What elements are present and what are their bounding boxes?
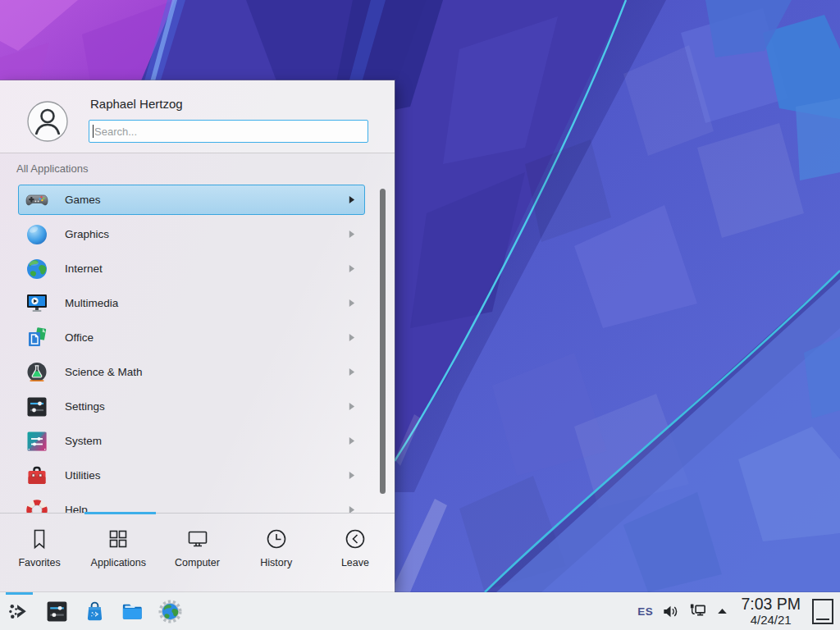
clock-date: 4/24/21 (741, 614, 801, 626)
user-name: Raphael Hertzog (90, 97, 183, 111)
text-caret (93, 125, 94, 138)
volume-icon[interactable] (661, 602, 680, 621)
category-item-games[interactable]: Games (18, 185, 365, 215)
submenu-arrow-icon (348, 230, 355, 239)
bookmark-icon (27, 527, 52, 551)
app-grid-icon (106, 527, 130, 551)
category-label: Utilities (65, 469, 101, 482)
keyboard-layout-indicator[interactable]: ES (637, 605, 653, 618)
category-label: System (65, 435, 102, 447)
tab-favorites[interactable]: Favorites (0, 514, 79, 592)
settings-sliders-icon (25, 395, 49, 419)
category-item-graphics[interactable]: Graphics (18, 219, 365, 249)
user-avatar-icon[interactable] (27, 101, 68, 142)
launcher-tabbar: FavoritesApplicationsComputerHistoryLeav… (0, 513, 395, 592)
gamepad-icon (25, 188, 49, 212)
system-sliders-icon (25, 429, 49, 454)
taskbar-application-launcher[interactable] (4, 596, 34, 627)
category-label: Office (65, 331, 94, 344)
show-desktop-button[interactable] (812, 599, 833, 624)
system-tray: ES 7:03 PM 4/24/21 (637, 596, 840, 626)
category-item-office[interactable]: Office (18, 322, 365, 353)
tab-label: Applications (91, 557, 146, 568)
tab-label: Computer (175, 557, 220, 568)
category-item-utilities[interactable]: Utilities (18, 460, 365, 491)
submenu-arrow-icon (348, 471, 355, 480)
application-launcher-menu: Raphael Hertzog All Applications GamesGr… (0, 80, 395, 592)
tab-history[interactable]: History (237, 514, 316, 592)
search-input[interactable] (89, 120, 368, 143)
globe-icon (25, 257, 49, 281)
clock-time: 7:03 PM (741, 596, 801, 613)
expand-tray-icon[interactable] (715, 605, 729, 619)
taskbar-discover[interactable] (80, 596, 110, 627)
submenu-arrow-icon (348, 195, 355, 204)
scrollbar-thumb[interactable] (380, 189, 386, 494)
office-documents-icon (25, 326, 49, 350)
submenu-arrow-icon (348, 333, 355, 342)
computer-icon (185, 527, 210, 551)
history-clock-icon (264, 527, 289, 551)
taskbar-system-settings[interactable] (42, 596, 72, 627)
taskbar-apps (0, 596, 185, 627)
submenu-arrow-icon (348, 368, 355, 377)
category-item-help[interactable]: Help (18, 495, 365, 514)
tab-computer[interactable]: Computer (158, 514, 236, 592)
category-label: Games (65, 194, 101, 206)
taskbar: ES 7:03 PM 4/24/21 (0, 592, 840, 630)
category-label: Settings (65, 400, 105, 413)
category-item-science-math[interactable]: Science & Math (18, 357, 365, 387)
network-icon[interactable] (688, 602, 707, 621)
category-item-system[interactable]: System (18, 426, 365, 456)
toolbox-icon (25, 463, 49, 488)
section-label: All Applications (16, 162, 88, 175)
category-item-multimedia[interactable]: Multimedia (18, 288, 365, 318)
tab-leave[interactable]: Leave (316, 514, 395, 592)
active-tab-indicator (84, 512, 156, 514)
tab-label: Favorites (18, 557, 60, 568)
submenu-arrow-icon (348, 402, 355, 411)
category-item-internet[interactable]: Internet (18, 253, 365, 284)
tab-label: History (260, 557, 292, 568)
lifebuoy-icon (25, 498, 49, 514)
taskbar-web-browser[interactable] (155, 596, 185, 627)
digital-clock[interactable]: 7:03 PM 4/24/21 (741, 596, 801, 626)
multimedia-player-icon (25, 291, 49, 316)
science-flask-icon (25, 360, 49, 385)
tab-label: Leave (341, 557, 369, 568)
leave-icon (343, 527, 368, 551)
category-label: Internet (65, 262, 103, 275)
category-label: Multimedia (65, 297, 118, 309)
category-label: Graphics (65, 228, 109, 240)
category-list: GamesGraphicsInternetMultimediaOfficeSci… (0, 185, 395, 514)
submenu-arrow-icon (348, 299, 355, 308)
submenu-arrow-icon (348, 264, 355, 273)
graphics-sphere-icon (25, 222, 49, 247)
category-label: Science & Math (65, 366, 143, 378)
tab-applications[interactable]: Applications (79, 514, 158, 592)
taskbar-file-manager[interactable] (117, 596, 148, 627)
submenu-arrow-icon (348, 436, 355, 445)
category-item-settings[interactable]: Settings (18, 391, 365, 422)
